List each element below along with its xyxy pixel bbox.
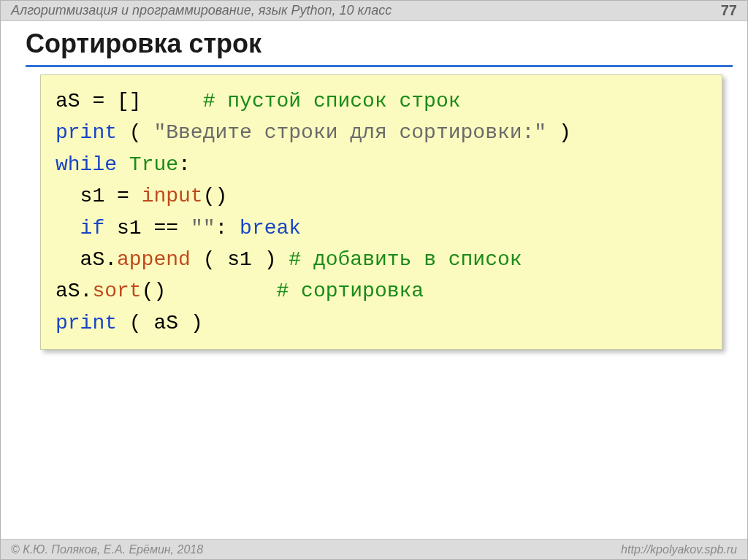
footer-bar: © К.Ю. Поляков, Е.А. Ерёмин, 2018 http:/… [1, 539, 747, 559]
code-line-4: s1 = input() [56, 185, 227, 207]
title-rule [26, 65, 733, 67]
code-line-2: print ( "Введите строки для сортировки:"… [56, 121, 571, 144]
slide: Алгоритмизация и программирование, язык … [0, 0, 748, 560]
header-bar: Алгоритмизация и программирование, язык … [1, 1, 747, 21]
code-line-1: aS = [] # пустой список строк [56, 90, 461, 112]
code-line-6: aS.append ( s1 ) # добавить в список [56, 248, 522, 271]
code-block: aS = [] # пустой список строк print ( "В… [40, 74, 722, 350]
page-number: 77 [721, 2, 737, 19]
slide-title: Сортировка строк [26, 28, 733, 64]
breadcrumb: Алгоритмизация и программирование, язык … [11, 3, 392, 18]
copyright: © К.Ю. Поляков, Е.А. Ерёмин, 2018 [11, 543, 203, 556]
code-line-5: if s1 == "": break [56, 217, 301, 239]
code-line-7: aS.sort() # сортировка [56, 280, 424, 302]
content-area: Сортировка строк aS = [] # пустой список… [1, 21, 747, 539]
footer-url: http://kpolyakov.spb.ru [621, 543, 737, 556]
code-line-8: print ( aS ) [56, 312, 203, 334]
code-line-3: while True: [56, 153, 191, 176]
